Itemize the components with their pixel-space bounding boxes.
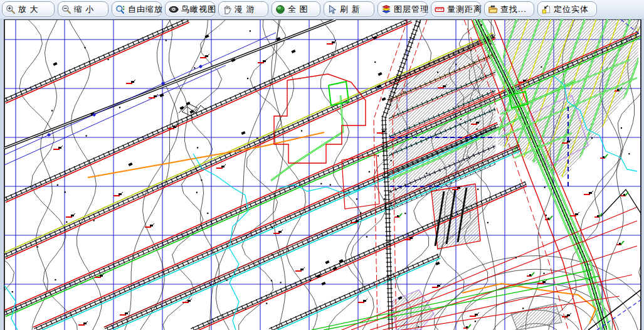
birdseye-icon (169, 4, 179, 14)
refresh-button[interactable]: 刷 新 (324, 1, 374, 17)
layer-manager-label: 图层管理 (394, 4, 429, 15)
free-zoom-icon (115, 4, 125, 14)
red-block (431, 184, 480, 249)
ruler-icon (435, 4, 445, 14)
refresh-label: 刷 新 (340, 4, 361, 15)
free-zoom-label: 自由缩放 (128, 4, 163, 15)
find-folder-icon (488, 4, 498, 14)
locate-entity-button[interactable]: 定位实体 (537, 1, 597, 17)
full-map-label: 全 图 (288, 4, 309, 15)
layer-manager-button[interactable]: 图层管理 (377, 1, 428, 17)
map-canvas[interactable] (0, 19, 644, 330)
birdseye-view-button[interactable]: 鸟瞰视图 (165, 1, 215, 17)
zoom-in-button[interactable]: 放 大 (2, 1, 55, 17)
gis-window: 放 大缩 小自由缩放鸟瞰视图漫 游全 图刷 新图层管理量测距离查找...定位实体 (0, 0, 644, 330)
full-map-button[interactable]: 全 图 (272, 1, 320, 17)
zoom-in-icon (6, 4, 16, 14)
birdseye-view-label: 鸟瞰视图 (181, 4, 216, 15)
find-label: 查找... (500, 4, 527, 15)
layers-icon (381, 4, 391, 14)
pan-label: 漫 游 (235, 4, 255, 15)
measure-distance-label: 量测距离 (447, 4, 482, 15)
zoom-in-label: 放 大 (18, 4, 39, 15)
find-button[interactable]: 查找... (484, 1, 534, 17)
map-area[interactable] (0, 19, 644, 330)
zoom-out-button[interactable]: 缩 小 (58, 1, 108, 17)
zoom-out-label: 缩 小 (74, 4, 95, 15)
pan-button[interactable]: 漫 游 (218, 1, 268, 17)
locate-entity-icon (541, 4, 551, 14)
locate-entity-label: 定位实体 (554, 4, 589, 15)
free-zoom-button[interactable]: 自由缩放 (112, 1, 162, 17)
measure-distance-button[interactable]: 量测距离 (431, 1, 481, 17)
pan-hand-icon (222, 4, 232, 14)
refresh-cursor-icon (327, 4, 337, 14)
zoom-out-icon (61, 4, 71, 14)
toolbar: 放 大缩 小自由缩放鸟瞰视图漫 游全 图刷 新图层管理量测距离查找...定位实体 (0, 0, 644, 19)
globe-icon (275, 4, 285, 14)
